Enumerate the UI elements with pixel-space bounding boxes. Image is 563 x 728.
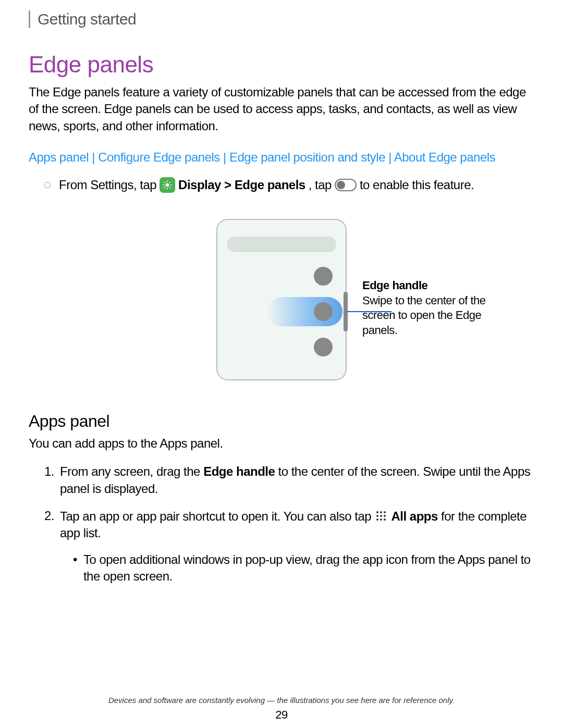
page-number: 29	[0, 708, 563, 722]
step-text-post: to enable this feature.	[360, 178, 474, 192]
intro-paragraph: The Edge panels feature a variety of cus…	[29, 84, 534, 134]
callout-title: Edge handle	[362, 278, 498, 293]
breadcrumb: Getting started	[29, 10, 534, 28]
link-separator: |	[92, 150, 98, 164]
sub-bullet-text: To open additional windows in pop-up vie…	[83, 551, 534, 585]
breadcrumb-text: Getting started	[38, 10, 534, 28]
numbered-steps: 1. From any screen, drag the Edge handle…	[29, 463, 534, 585]
apps-panel-intro: You can add apps to the Apps panel.	[29, 436, 534, 451]
section-links: Apps panel | Configure Edge panels | Edg…	[29, 150, 534, 165]
svg-point-17	[384, 519, 386, 521]
svg-line-8	[169, 182, 170, 183]
svg-point-12	[376, 515, 378, 517]
link-separator: |	[223, 150, 229, 164]
link-apps-panel[interactable]: Apps panel	[29, 150, 89, 164]
section-heading-apps-panel: Apps panel	[29, 412, 534, 431]
svg-line-6	[169, 187, 170, 188]
footer-disclaimer: Devices and software are constantly evol…	[0, 696, 563, 705]
svg-point-0	[166, 183, 169, 187]
bullet-dot: •	[73, 551, 77, 585]
edge-dot-icon	[314, 302, 333, 321]
phone-top-bar	[227, 237, 336, 252]
step-number: 1.	[44, 463, 60, 497]
svg-point-10	[380, 511, 382, 513]
list-item: 2. Tap an app or app pair shortcut to op…	[44, 508, 534, 585]
all-apps-grid-icon	[374, 509, 388, 523]
svg-point-11	[384, 511, 386, 513]
edge-dot-icon	[314, 338, 333, 356]
link-about-edge-panels[interactable]: About Edge panels	[394, 150, 495, 164]
svg-point-13	[380, 515, 382, 517]
list-item: 1. From any screen, drag the Edge handle…	[44, 463, 534, 497]
display-settings-icon	[160, 177, 175, 193]
bullet-icon	[44, 182, 51, 188]
page-title: Edge panels	[29, 52, 534, 78]
step1-bold: Edge handle	[203, 464, 275, 478]
link-separator: |	[388, 150, 394, 164]
illustration: Edge handle Swipe to the center of the s…	[29, 219, 534, 380]
link-edge-panel-position[interactable]: Edge panel position and style	[229, 150, 385, 164]
svg-point-15	[376, 519, 378, 521]
step-text-bold: Display > Edge panels	[178, 178, 305, 192]
step2-pre: Tap an app or app pair shortcut to open …	[60, 509, 371, 523]
phone-mockup	[216, 219, 347, 380]
step-text-pre: From Settings, tap	[59, 178, 156, 192]
list-item: • To open additional windows in pop-up v…	[73, 551, 534, 585]
step2-bold: All apps	[391, 509, 437, 523]
callout-body: Swipe to the center of the screen to ope…	[362, 293, 498, 338]
svg-point-14	[384, 515, 386, 517]
svg-point-9	[376, 511, 378, 513]
svg-line-5	[164, 182, 165, 183]
toggle-switch-icon	[335, 179, 357, 191]
callout: Edge handle Swipe to the center of the s…	[362, 278, 498, 338]
svg-point-16	[380, 519, 382, 521]
link-configure-edge-panels[interactable]: Configure Edge panels	[98, 150, 220, 164]
step-text-mid: , tap	[309, 178, 332, 192]
svg-line-7	[164, 187, 165, 188]
sub-bullet-list: • To open additional windows in pop-up v…	[60, 551, 534, 585]
step-number: 2.	[44, 508, 60, 585]
edge-dot-icon	[314, 267, 333, 286]
instruction-step: From Settings, tap Display > Edge panels…	[29, 177, 534, 193]
step1-pre: From any screen, drag the	[60, 464, 203, 478]
